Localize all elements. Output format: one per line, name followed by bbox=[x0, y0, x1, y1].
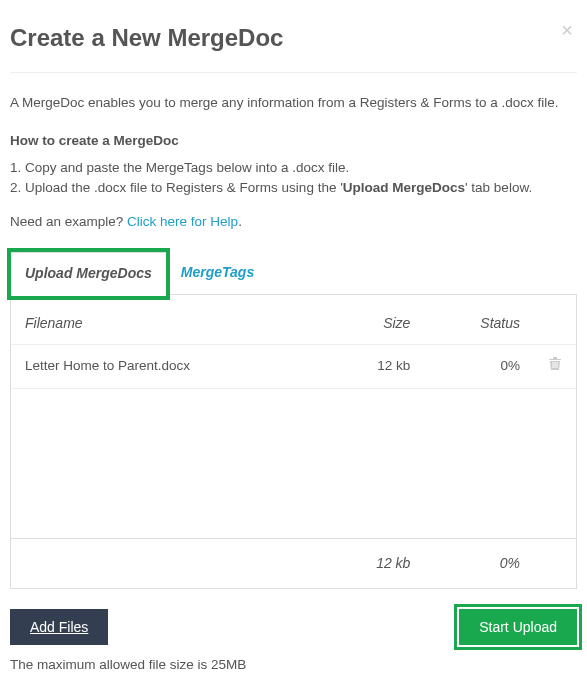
step-2-suffix: ' tab below. bbox=[465, 180, 532, 195]
step-2-bold: Upload MergeDocs bbox=[343, 180, 465, 195]
table-row: Letter Home to Parent.docx 12 kb 0% bbox=[11, 345, 576, 389]
create-mergedoc-dialog: Create a New MergeDoc × A MergeDoc enabl… bbox=[0, 0, 587, 679]
cell-actions bbox=[534, 345, 576, 389]
dialog-title: Create a New MergeDoc bbox=[10, 20, 283, 56]
cell-filename: Letter Home to Parent.docx bbox=[11, 345, 324, 389]
footer-status: 0% bbox=[424, 538, 534, 588]
example-line: Need an example? Click here for Help. bbox=[10, 212, 577, 232]
cell-status: 0% bbox=[424, 345, 534, 389]
example-suffix: . bbox=[238, 214, 242, 229]
intro-text: A MergeDoc enables you to merge any info… bbox=[10, 93, 577, 113]
footer-size: 12 kb bbox=[324, 538, 425, 588]
tab-upload-mergedocs[interactable]: Upload MergeDocs bbox=[10, 252, 167, 295]
footer-filename bbox=[11, 538, 324, 588]
add-files-button[interactable]: Add Files bbox=[10, 609, 108, 645]
add-files-wrap: Add Files bbox=[10, 609, 108, 645]
footer-actions bbox=[534, 538, 576, 588]
col-size: Size bbox=[324, 295, 425, 345]
howto-title: How to create a MergeDoc bbox=[10, 131, 577, 151]
start-upload-wrap: Start Upload bbox=[459, 609, 577, 645]
step-2: 2. Upload the .docx file to Registers & … bbox=[10, 178, 577, 198]
footer-actions: Add Files Start Upload bbox=[10, 609, 577, 645]
example-prefix: Need an example? bbox=[10, 214, 127, 229]
col-filename: Filename bbox=[11, 295, 324, 345]
help-link[interactable]: Click here for Help bbox=[127, 214, 238, 229]
col-status: Status bbox=[424, 295, 534, 345]
tab-mergetags[interactable]: MergeTags bbox=[167, 252, 268, 294]
howto-steps: 1. Copy and paste the MergeTags below in… bbox=[10, 158, 577, 199]
cell-size: 12 kb bbox=[324, 345, 425, 389]
start-upload-button[interactable]: Start Upload bbox=[459, 609, 577, 645]
close-icon[interactable]: × bbox=[561, 20, 573, 40]
file-table: Filename Size Status Letter Home to Pare… bbox=[11, 295, 576, 588]
file-size-hint: The maximum allowed file size is 25MB bbox=[10, 655, 577, 675]
table-footer-row: 12 kb 0% bbox=[11, 538, 576, 588]
trash-icon[interactable] bbox=[548, 357, 562, 374]
col-actions bbox=[534, 295, 576, 345]
step-2-prefix: 2. Upload the .docx file to Registers & … bbox=[10, 180, 343, 195]
upload-panel: Filename Size Status Letter Home to Pare… bbox=[10, 295, 577, 589]
tabs: Upload MergeDocs MergeTags bbox=[10, 252, 577, 295]
dialog-header: Create a New MergeDoc × bbox=[10, 10, 577, 73]
table-spacer bbox=[11, 388, 576, 538]
step-1: 1. Copy and paste the MergeTags below in… bbox=[10, 158, 577, 178]
